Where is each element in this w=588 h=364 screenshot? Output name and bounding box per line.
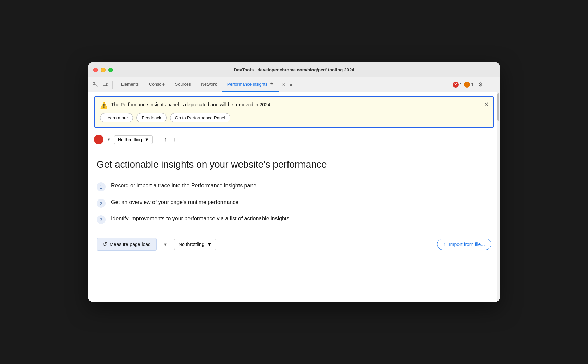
devtools-window: DevTools - developer.chrome.com/blog/per… xyxy=(88,62,500,302)
close-button[interactable] xyxy=(93,68,98,72)
step-number-2: 2 xyxy=(97,199,106,208)
download-icon[interactable]: ↓ xyxy=(172,135,177,144)
import-from-file-button[interactable]: ↑ Import from file... xyxy=(437,239,491,250)
performance-insights-icon: ⚗ xyxy=(269,82,274,87)
bottom-actions: ↺ Measure page load ▼ No throttling ▼ ↑ … xyxy=(97,238,491,251)
error-icon: ✕ xyxy=(453,82,459,88)
devtools-panel: Elements Console Sources Network Perform… xyxy=(88,77,500,302)
panel-content: ⚠️ The Performance Insights panel is dep… xyxy=(88,96,500,302)
record-dropdown-button[interactable]: ▼ xyxy=(107,137,111,142)
step-item-2: 2 Get an overview of your page's runtime… xyxy=(97,198,491,208)
banner-close-button[interactable]: ✕ xyxy=(482,100,490,108)
maximize-button[interactable] xyxy=(108,68,113,72)
tab-console[interactable]: Console xyxy=(144,77,170,92)
banner-message-row: ⚠️ The Performance Insights panel is dep… xyxy=(100,101,488,109)
step-number-1: 1 xyxy=(97,182,106,191)
warning-triangle-icon: ⚠️ xyxy=(100,101,108,109)
minimize-button[interactable] xyxy=(101,68,106,72)
inspect-element-icon[interactable] xyxy=(91,81,99,89)
tab-elements[interactable]: Elements xyxy=(116,77,144,92)
measure-dropdown-button[interactable]: ▼ xyxy=(162,242,169,246)
svg-rect-3 xyxy=(107,84,108,85)
tab-icons xyxy=(91,81,113,89)
deprecation-banner: ⚠️ The Performance Insights panel is dep… xyxy=(94,96,494,128)
banner-text: The Performance Insights panel is deprec… xyxy=(111,101,272,108)
svg-rect-2 xyxy=(103,83,107,86)
traffic-lights xyxy=(93,68,113,72)
tab-end-actions: ✕ 1 ! 1 ⚙ ⋮ xyxy=(453,80,497,89)
more-tabs-button[interactable]: » xyxy=(287,81,294,89)
throttling-select-bottom[interactable]: No throttling ▼ xyxy=(174,239,216,250)
main-content-area: Get actionable insights on your website'… xyxy=(88,147,500,262)
import-icon: ↑ xyxy=(443,241,446,247)
main-heading: Get actionable insights on your website'… xyxy=(97,158,491,171)
warning-icon: ! xyxy=(464,82,470,88)
error-count-button[interactable]: ✕ 1 xyxy=(453,82,462,88)
step-text-1: Record or import a trace into the Perfor… xyxy=(111,182,258,190)
close-tab-button[interactable]: ✕ xyxy=(281,82,287,88)
device-toolbar-icon[interactable] xyxy=(101,81,110,89)
record-button[interactable] xyxy=(94,135,103,144)
settings-icon[interactable]: ⚙ xyxy=(476,80,485,89)
scrollbar-thumb[interactable] xyxy=(497,93,499,121)
svg-line-1 xyxy=(94,83,97,87)
toolbar-divider xyxy=(158,135,158,144)
step-text-2: Get an overview of your page's runtime p… xyxy=(111,198,238,206)
step-item-1: 1 Record or import a trace into the Perf… xyxy=(97,182,491,191)
throttling-select[interactable]: No throttling ▼ xyxy=(114,135,153,144)
step-text-3: Identify improvements to your performanc… xyxy=(111,215,289,223)
more-options-icon[interactable]: ⋮ xyxy=(487,80,497,89)
tab-network[interactable]: Network xyxy=(196,77,222,92)
reload-icon: ↺ xyxy=(102,241,107,247)
tab-bar: Elements Console Sources Network Perform… xyxy=(88,77,500,92)
titlebar: DevTools - developer.chrome.com/blog/per… xyxy=(88,62,500,77)
upload-icon[interactable]: ↑ xyxy=(163,135,168,144)
steps-list: 1 Record or import a trace into the Perf… xyxy=(97,182,491,224)
step-item-3: 3 Identify improvements to your performa… xyxy=(97,215,491,224)
learn-more-button[interactable]: Learn more xyxy=(100,113,133,122)
feedback-button[interactable]: Feedback xyxy=(136,113,166,122)
tab-sources[interactable]: Sources xyxy=(170,77,196,92)
banner-buttons: Learn more Feedback Go to Performance Pa… xyxy=(100,113,488,122)
measure-page-load-button[interactable]: ↺ Measure page load xyxy=(97,238,157,251)
tab-performance-insights[interactable]: Performance insights ⚗ xyxy=(222,77,279,92)
step-number-3: 3 xyxy=(97,215,106,224)
go-to-performance-button[interactable]: Go to Performance Panel xyxy=(170,113,231,122)
window-title: DevTools - developer.chrome.com/blog/per… xyxy=(234,67,354,72)
panel-toolbar: ▼ No throttling ▼ ↑ ↓ xyxy=(88,132,500,147)
scrollbar[interactable] xyxy=(497,92,500,302)
warning-count-button[interactable]: ! 1 xyxy=(464,82,474,88)
